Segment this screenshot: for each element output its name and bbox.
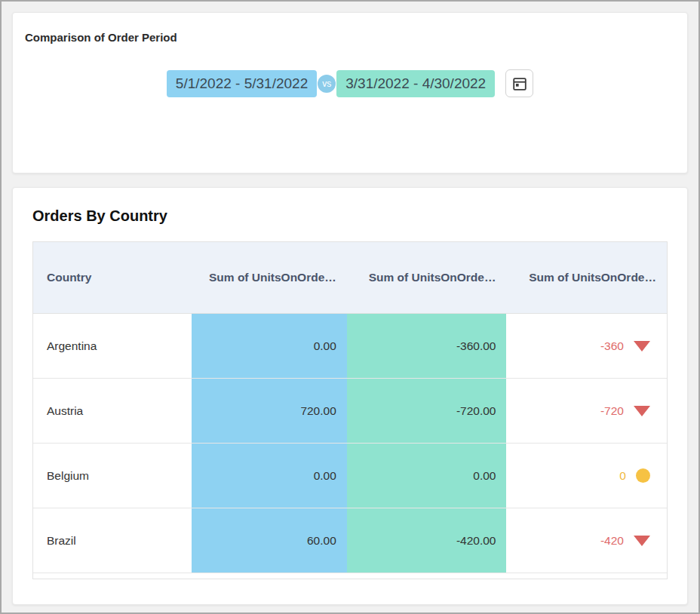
trend-flat-icon xyxy=(636,468,650,483)
table-row[interactable]: Belgium 0.00 0.00 0 xyxy=(33,444,667,508)
delta-value: -720 xyxy=(600,404,624,418)
country-cell: Austria xyxy=(33,379,192,443)
country-cell: Argentina xyxy=(33,314,192,378)
table-row[interactable]: Argentina 0.00 -360.00 -360 xyxy=(33,314,667,379)
previous-value-cell: -420.00 xyxy=(347,508,507,573)
current-value-cell: 60.00 xyxy=(192,508,347,573)
previous-value-cell: 0.00 xyxy=(347,444,507,508)
delta-value: -420 xyxy=(600,534,624,548)
orders-title: Orders By Country xyxy=(32,207,668,225)
previous-value-cell: -360.00 xyxy=(347,314,507,378)
trend-down-icon xyxy=(634,536,650,546)
country-cell: Brazil xyxy=(33,508,192,573)
trend-down-icon xyxy=(634,406,650,416)
calendar-button[interactable] xyxy=(505,69,533,97)
delta-cell: 0 xyxy=(506,444,667,508)
table-row[interactable]: Brazil 60.00 -420.00 -420 xyxy=(33,508,667,573)
orders-table: Country Sum of UnitsOnOrde… Sum of Units… xyxy=(32,241,668,579)
current-value-cell: 720.00 xyxy=(192,379,347,443)
header-previous: Sum of UnitsOnOrde… xyxy=(347,242,507,313)
previous-value-cell: -720.00 xyxy=(347,379,507,443)
comparison-title: Comparison of Order Period xyxy=(25,31,675,44)
header-country: Country xyxy=(33,242,192,313)
delta-value: -360 xyxy=(600,339,624,353)
primary-range-chip[interactable]: 5/1/2022 - 5/31/2022 xyxy=(167,70,317,97)
delta-value: 0 xyxy=(619,469,626,483)
table-row[interactable]: Austria 720.00 -720.00 -720 xyxy=(33,379,667,444)
delta-cell: -360 xyxy=(506,314,667,378)
vs-badge: vs xyxy=(318,75,336,93)
dashboard-page: Comparison of Order Period 5/1/2022 - 5/… xyxy=(0,0,700,614)
secondary-range-chip[interactable]: 3/31/2022 - 4/30/2022 xyxy=(336,70,495,97)
partial-row xyxy=(33,573,667,579)
header-current: Sum of UnitsOnOrde… xyxy=(192,242,347,313)
current-value-cell: 0.00 xyxy=(192,444,347,508)
date-range-row: 5/1/2022 - 5/31/2022 vs 3/31/2022 - 4/30… xyxy=(25,69,675,97)
table-header-row: Country Sum of UnitsOnOrde… Sum of Units… xyxy=(33,242,667,314)
calendar-icon xyxy=(511,75,528,92)
trend-down-icon xyxy=(634,341,650,352)
delta-cell: -720 xyxy=(506,379,667,443)
comparison-card: Comparison of Order Period 5/1/2022 - 5/… xyxy=(12,12,688,173)
current-value-cell: 0.00 xyxy=(192,314,347,378)
country-cell: Belgium xyxy=(33,444,192,508)
orders-card: Orders By Country Country Sum of UnitsOn… xyxy=(12,187,688,605)
header-delta: Sum of UnitsOnOrde… xyxy=(506,242,667,313)
delta-cell: -420 xyxy=(506,508,667,573)
